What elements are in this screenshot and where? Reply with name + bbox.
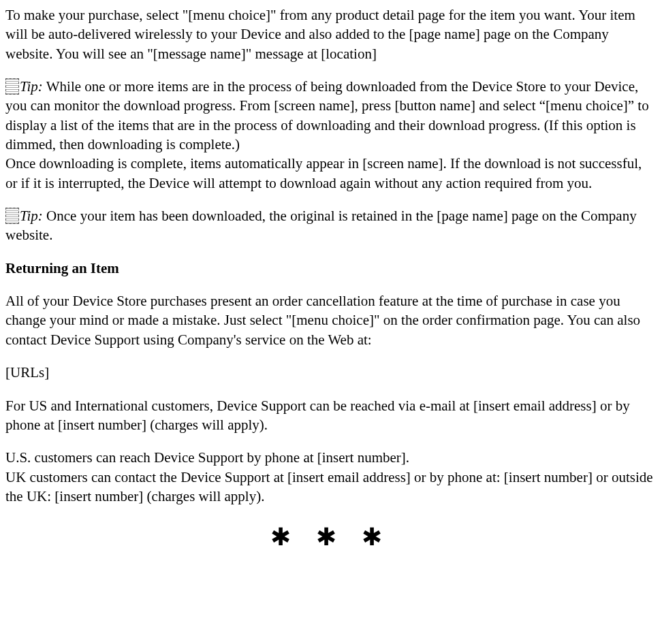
tip-icon (5, 78, 19, 95)
tip-2-body: Once your item has been downloaded, the … (5, 208, 637, 243)
urls-placeholder: [URLs] (5, 363, 657, 382)
returning-an-item-heading: Returning an Item (5, 259, 657, 278)
section-divider-asterism: ✱ ✱ ✱ (5, 521, 657, 554)
return-paragraph-2: For US and International customers, Devi… (5, 396, 657, 435)
tip-1-label: Tip: (20, 78, 43, 95)
tip-2-block: Tip: Once your item has been downloaded,… (5, 206, 657, 245)
intro-paragraph: To make your purchase, select "[menu cho… (5, 5, 657, 63)
tip-2-label: Tip: (20, 208, 43, 224)
tip-icon (5, 208, 19, 224)
tip-1-block: Tip: While one or more items are in the … (5, 77, 657, 154)
tip-1-body: While one or more items are in the proce… (5, 78, 649, 152)
return-paragraph-3a: U.S. customers can reach Device Support … (5, 449, 409, 466)
return-paragraph-1: All of your Device Store purchases prese… (5, 291, 657, 349)
return-paragraph-3b: UK customers can contact the Device Supp… (5, 469, 653, 504)
tip-1-after-paragraph: Once downloading is complete, items auto… (5, 154, 657, 193)
return-paragraph-3: U.S. customers can reach Device Support … (5, 448, 657, 506)
